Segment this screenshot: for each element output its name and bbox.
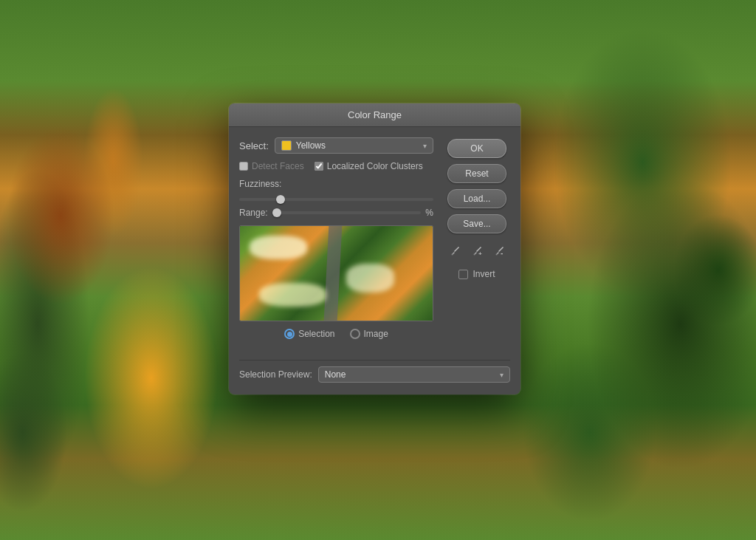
- checkboxes-row: Detect Faces Localized Color Clusters: [239, 161, 433, 171]
- select-label: Select:: [239, 140, 269, 151]
- dialog-title: Color Range: [348, 109, 402, 120]
- selection-preview-label: Selection Preview:: [239, 369, 312, 380]
- save-button[interactable]: Save...: [447, 214, 506, 233]
- eyedropper-subtract-icon: -: [493, 245, 505, 257]
- select-dropdown[interactable]: Yellows ▾: [275, 137, 433, 154]
- localized-color-clusters-checkbox[interactable]: [315, 162, 323, 171]
- svg-point-1: [474, 254, 475, 256]
- invert-label: Invert: [472, 269, 495, 279]
- selection-preview-row: Selection Preview: None ▾: [239, 360, 510, 386]
- dialog-body: Select: Yellows ▾ Detect Faces Localized…: [229, 127, 520, 358]
- image-radio-label: Image: [364, 329, 388, 339]
- invert-row: Invert: [458, 269, 495, 279]
- reset-button[interactable]: Reset: [447, 164, 506, 183]
- eyedropper-icon: [449, 245, 461, 257]
- radio-row: Selection Image: [239, 329, 433, 339]
- selection-radio-circle: [284, 329, 295, 339]
- preview-dropdown-arrow: ▾: [500, 371, 504, 379]
- preview-image: [240, 226, 433, 321]
- range-slider[interactable]: [272, 211, 422, 214]
- image-radio-item[interactable]: Image: [350, 329, 388, 339]
- svg-text:-: -: [501, 249, 503, 257]
- selection-radio-item[interactable]: Selection: [284, 329, 334, 339]
- load-button[interactable]: Load...: [447, 189, 506, 208]
- ok-button[interactable]: OK: [447, 139, 506, 158]
- selection-radio-label: Selection: [298, 329, 334, 339]
- svg-point-0: [452, 254, 453, 256]
- yellow-swatch: [281, 140, 292, 151]
- fuzziness-slider[interactable]: [239, 198, 433, 201]
- preview-selection-1: [250, 236, 307, 259]
- dialog-left-panel: Select: Yellows ▾ Detect Faces Localized…: [239, 137, 433, 348]
- preview-selection-2: [346, 264, 394, 292]
- localized-color-clusters-checkbox-item[interactable]: Localized Color Clusters: [315, 161, 423, 171]
- dialog-bottom: Selection Preview: None ▾: [229, 360, 520, 394]
- color-range-dialog: Color Range Select: Yellows ▾ Detect Fac…: [229, 103, 520, 394]
- image-radio-circle: [350, 329, 360, 339]
- preview-selection-3: [259, 283, 326, 307]
- svg-point-3: [496, 254, 498, 256]
- svg-text:+: +: [478, 250, 482, 257]
- select-value: Yellows: [296, 140, 326, 151]
- fuzziness-row: Fuzziness:: [239, 179, 433, 203]
- localized-color-clusters-label: Localized Color Clusters: [327, 161, 423, 171]
- selection-preview-value: None: [325, 369, 346, 380]
- eyedropper-button[interactable]: [446, 242, 464, 260]
- eyedropper-row: + -: [446, 242, 508, 260]
- dialog-right-panel: OK Reset Load... Save...: [444, 137, 510, 348]
- preview-container: [239, 225, 433, 321]
- select-row: Select: Yellows ▾: [239, 137, 433, 154]
- detect-faces-label: Detect Faces: [252, 161, 304, 171]
- select-dropdown-arrow: ▾: [423, 142, 427, 150]
- range-container: Range: %: [239, 208, 433, 218]
- invert-checkbox[interactable]: [458, 270, 468, 279]
- range-label: Range:: [239, 208, 268, 218]
- selection-preview-dropdown[interactable]: None ▾: [318, 366, 510, 383]
- eyedropper-subtract-button[interactable]: -: [490, 242, 508, 260]
- dialog-titlebar: Color Range: [229, 103, 520, 127]
- detect-faces-checkbox[interactable]: [239, 162, 248, 171]
- eyedropper-add-button[interactable]: +: [468, 242, 486, 260]
- fuzziness-label: Fuzziness:: [239, 179, 433, 189]
- preview-road: [324, 226, 343, 321]
- range-percent: %: [425, 208, 433, 218]
- detect-faces-checkbox-item[interactable]: Detect Faces: [239, 161, 304, 171]
- eyedropper-add-icon: +: [471, 245, 483, 257]
